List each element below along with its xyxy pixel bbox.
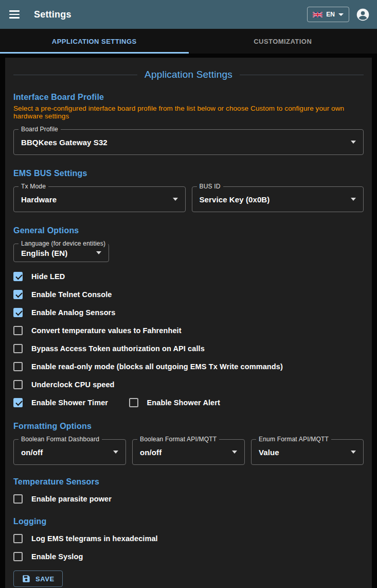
checkbox-icon (13, 494, 23, 504)
checkbox-icon (13, 272, 23, 281)
checkbox-icon (13, 308, 23, 317)
heading-general-options: General Options (13, 226, 364, 235)
language-selector-button[interactable]: EN (307, 7, 349, 22)
checkbox-icon (13, 380, 23, 389)
select-label: Tx Mode (19, 183, 48, 190)
checkbox-icon (129, 398, 138, 407)
arrow-drop-down-icon (173, 198, 178, 201)
tab-indicator (0, 52, 189, 54)
chevron-down-icon (338, 13, 344, 16)
select-value: Value (259, 448, 347, 457)
uk-flag-icon (313, 12, 322, 18)
checkbox-log-ems-hex[interactable]: Log EMS telegrams in hexadecimal (13, 529, 364, 547)
checkbox-bypass-access-token[interactable]: Bypass Access Token authorization on API… (13, 339, 364, 357)
checkbox-read-only-mode[interactable]: Enable read-only mode (blocks all outgoi… (13, 357, 364, 375)
tab-application-settings[interactable]: APPLICATION SETTINGS (0, 29, 189, 54)
bus-id-select[interactable]: BUS ID Service Key (0x0B) (192, 186, 364, 212)
checkbox-enable-parasite-power[interactable]: Enable parasite power (13, 490, 364, 508)
app-bar: Settings EN (0, 0, 377, 29)
select-label: Enum Format API/MQTT (256, 436, 331, 443)
select-value: on/off (21, 448, 109, 457)
heading-ems-bus-settings: EMS BUS Settings (13, 169, 364, 178)
checkbox-underclock-cpu[interactable]: Underclock CPU speed (13, 375, 364, 393)
arrow-drop-down-icon (351, 141, 356, 144)
select-value: Hardware (21, 195, 169, 204)
arrow-drop-down-icon (232, 451, 237, 454)
checkbox-icon (13, 326, 23, 335)
language-entities-select[interactable]: Language (for device entities) English (… (13, 244, 109, 262)
arrow-drop-down-icon (351, 451, 356, 454)
arrow-drop-down-icon (113, 451, 118, 454)
save-button-label: SAVE (35, 575, 55, 583)
tab-label: CUSTOMIZATION (254, 38, 312, 45)
section-divider-title: Application Settings (13, 69, 364, 80)
tab-customization[interactable]: CUSTOMIZATION (189, 29, 377, 54)
account-button[interactable] (355, 7, 370, 22)
select-label: Board Profile (19, 126, 61, 133)
select-label: Language (for device entities) (19, 240, 108, 247)
language-label: EN (326, 11, 335, 18)
application-settings-title: Application Settings (145, 69, 232, 80)
general-options-checkbox-list: Hide LED Enable Telnet Console Enable An… (13, 267, 364, 411)
page-title: Settings (34, 9, 71, 20)
menu-icon[interactable] (7, 6, 24, 23)
boolean-format-dashboard-select[interactable]: Boolean Format Dashboard on/off (13, 439, 126, 465)
checkbox-hide-led[interactable]: Hide LED (13, 267, 364, 285)
select-value: on/off (140, 448, 228, 457)
checkbox-icon (13, 344, 23, 353)
settings-panel: Application Settings Interface Board Pro… (5, 58, 372, 588)
board-profile-helper-text: Select a pre-configured interface board … (13, 105, 364, 120)
checkbox-icon (13, 362, 23, 371)
tx-mode-select[interactable]: Tx Mode Hardware (13, 186, 186, 212)
enum-format-api-mqtt-select[interactable]: Enum Format API/MQTT Value (251, 439, 364, 465)
shower-options-row: Enable Shower Timer Enable Shower Alert (13, 393, 364, 411)
heading-formatting-options: Formatting Options (13, 422, 364, 431)
heading-interface-board-profile: Interface Board Profile (13, 93, 364, 102)
arrow-drop-down-icon (351, 198, 356, 201)
heading-logging: Logging (13, 517, 364, 526)
checkbox-icon (13, 534, 23, 543)
tab-label: APPLICATION SETTINGS (52, 38, 137, 45)
save-button[interactable]: SAVE (13, 570, 63, 587)
account-icon (356, 8, 370, 22)
checkbox-icon (13, 552, 23, 561)
board-profile-select[interactable]: Board Profile BBQKees Gateway S32 (13, 129, 364, 155)
checkbox-enable-shower-alert[interactable]: Enable Shower Alert (129, 393, 220, 411)
select-label: BUS ID (197, 183, 223, 190)
select-label: Boolean Format Dashboard (19, 436, 102, 443)
boolean-format-api-mqtt-select[interactable]: Boolean Format API/MQTT on/off (132, 439, 245, 465)
arrow-drop-down-icon (96, 251, 101, 254)
checkbox-enable-analog-sensors[interactable]: Enable Analog Sensors (13, 303, 364, 321)
select-label: Boolean Format API/MQTT (137, 436, 219, 443)
checkbox-icon (13, 290, 23, 299)
select-value: English (EN) (21, 249, 92, 257)
heading-temperature-sensors: Temperature Sensors (13, 477, 364, 487)
select-value: Service Key (0x0B) (200, 195, 347, 204)
select-value: BBQKees Gateway S32 (21, 138, 347, 147)
tab-bar: APPLICATION SETTINGS CUSTOMIZATION (0, 29, 377, 54)
checkbox-convert-fahrenheit[interactable]: Convert temperature values to Fahrenheit (13, 321, 364, 339)
checkbox-icon (13, 398, 23, 407)
checkbox-enable-telnet-console[interactable]: Enable Telnet Console (13, 285, 364, 303)
checkbox-enable-shower-timer[interactable]: Enable Shower Timer (13, 393, 108, 411)
save-icon (22, 574, 31, 583)
checkbox-enable-syslog[interactable]: Enable Syslog (13, 547, 364, 565)
